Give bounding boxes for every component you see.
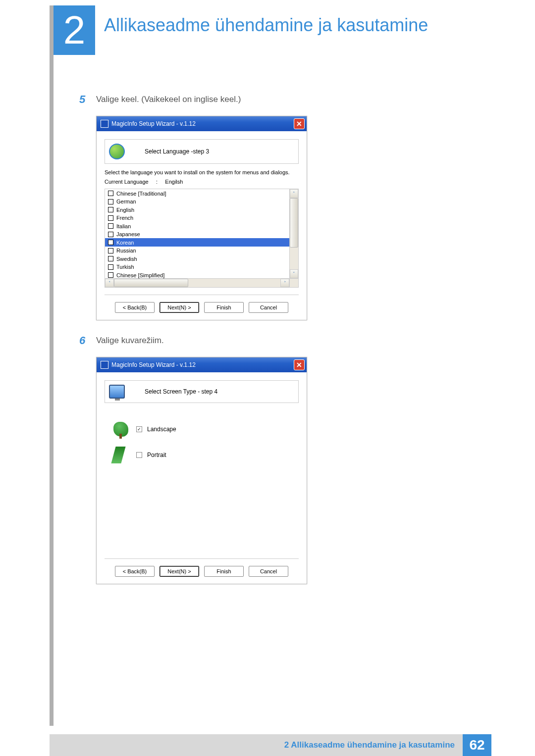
divider xyxy=(105,295,299,295)
checkbox-icon[interactable] xyxy=(108,272,113,278)
step-5-number: 5 xyxy=(79,93,96,106)
scroll-thumb[interactable] xyxy=(114,279,188,287)
chapter-number: 2 xyxy=(63,7,86,53)
cur-lang-sep: : xyxy=(156,179,158,185)
list-item[interactable]: Japanese xyxy=(105,230,289,239)
lang-label: German xyxy=(116,199,136,204)
scroll-right-icon[interactable]: ˃ xyxy=(280,279,289,287)
checkbox-icon[interactable] xyxy=(108,240,113,245)
page-footer: 2 Allikaseadme ühendamine ja kasutamine … xyxy=(0,734,535,756)
scroll-left-icon[interactable]: ˂ xyxy=(105,279,114,287)
step-6-number: 6 xyxy=(79,334,96,347)
chapter-number-box: 2 xyxy=(54,5,95,55)
lang-label: Swedish xyxy=(116,256,137,262)
back-button[interactable]: < Back(B) xyxy=(115,566,155,577)
checkbox-icon[interactable] xyxy=(108,191,113,196)
wizard1-title: MagicInfo Setup Wizard - v.1.12 xyxy=(111,120,196,127)
cur-lang-label: Current Language xyxy=(105,179,149,185)
wizard-screen-type: MagicInfo Setup Wizard - v.1.12 ✕ Select… xyxy=(96,357,307,584)
list-item[interactable]: Swedish xyxy=(105,254,289,263)
back-button[interactable]: < Back(B) xyxy=(115,302,155,313)
next-button[interactable]: Next(N) > xyxy=(160,302,199,313)
page-title: Allikaseadme ühendamine ja kasutamine xyxy=(104,15,428,36)
finish-button[interactable]: Finish xyxy=(204,566,244,577)
checkbox-icon[interactable] xyxy=(108,264,113,270)
lang-label: Korean xyxy=(116,240,134,246)
portrait-checkbox[interactable] xyxy=(136,452,142,458)
step-5: 5 Valige keel. (Vaikekeel on inglise kee… xyxy=(79,93,485,106)
lang-label: Chinese [Simplified] xyxy=(116,272,164,278)
cancel-button[interactable]: Cancel xyxy=(249,566,288,577)
checkbox-icon[interactable] xyxy=(108,207,113,212)
wizard1-header-text: Select Language -step 3 xyxy=(145,148,209,155)
current-language-row: Current Language : Engilsh xyxy=(105,179,299,185)
tree-landscape-icon xyxy=(113,422,128,437)
cancel-button[interactable]: Cancel xyxy=(249,302,288,313)
left-sidebar xyxy=(50,5,54,726)
checkbox-icon[interactable] xyxy=(108,199,113,204)
list-item[interactable]: German xyxy=(105,198,289,206)
scroll-up-icon[interactable]: ˄ xyxy=(290,189,298,198)
checkbox-icon[interactable] xyxy=(108,232,113,237)
portrait-label: Portrait xyxy=(147,452,166,458)
footer-chapter-label: 2 Allikaseadme ühendamine ja kasutamine xyxy=(50,734,463,756)
landscape-label: Landscape xyxy=(147,426,176,433)
list-item[interactable]: English xyxy=(105,205,289,214)
divider xyxy=(105,558,299,559)
wizard2-title: MagicInfo Setup Wizard - v.1.12 xyxy=(111,361,196,368)
language-listbox[interactable]: Chinese [Traditional] German English Fre… xyxy=(105,189,299,288)
list-item[interactable]: Russian xyxy=(105,247,289,255)
lang-label: French xyxy=(116,215,133,221)
close-icon[interactable]: ✕ xyxy=(294,359,305,370)
step-5-text: Valige keel. (Vaikekeel on inglise keel.… xyxy=(96,93,241,106)
wizard2-titlebar: MagicInfo Setup Wizard - v.1.12 ✕ xyxy=(97,357,307,372)
wizard1-step-header: Select Language -step 3 xyxy=(105,139,299,164)
portrait-option[interactable]: Portrait xyxy=(113,447,294,463)
list-item[interactable]: Italian xyxy=(105,222,289,230)
list-item[interactable]: Turkish xyxy=(105,263,289,271)
vertical-scrollbar[interactable]: ˄ ˅ xyxy=(289,189,298,278)
wizard2-step-header: Select Screen Type - step 4 xyxy=(105,380,299,403)
list-item[interactable]: French xyxy=(105,214,289,222)
next-button[interactable]: Next(N) > xyxy=(160,566,199,577)
checkbox-icon[interactable] xyxy=(108,248,113,253)
footer-page-number: 62 xyxy=(463,734,491,756)
list-item[interactable]: Chinese [Traditional] xyxy=(105,189,289,198)
scroll-down-icon[interactable]: ˅ xyxy=(290,269,298,278)
wizard-app-icon xyxy=(101,361,108,369)
checkbox-icon[interactable] xyxy=(108,223,113,229)
step-6-text: Valige kuvarežiim. xyxy=(96,334,164,347)
finish-button[interactable]: Finish xyxy=(204,302,244,313)
landscape-option[interactable]: ✓ Landscape xyxy=(113,422,294,437)
lang-label: English xyxy=(116,207,134,213)
lang-label: Japanese xyxy=(116,231,140,237)
lang-label: Chinese [Traditional] xyxy=(116,191,166,197)
scroll-corner xyxy=(289,278,298,287)
horizontal-scrollbar[interactable]: ˂ ˃ xyxy=(105,278,289,287)
wizard1-instruction: Select the language you want to install … xyxy=(105,169,299,176)
lang-label: Turkish xyxy=(116,264,134,270)
wizard2-button-row: < Back(B) Next(N) > Finish Cancel xyxy=(105,564,299,579)
check-mark-icon: ✓ xyxy=(137,427,141,432)
lang-label: Russian xyxy=(116,248,136,253)
wizard1-titlebar: MagicInfo Setup Wizard - v.1.12 ✕ xyxy=(97,116,307,131)
wizard2-header-text: Select Screen Type - step 4 xyxy=(145,388,217,395)
list-item[interactable]: Chinese [Simplified] xyxy=(105,271,289,278)
wizard-app-icon xyxy=(101,120,108,128)
landscape-checkbox[interactable]: ✓ xyxy=(136,426,142,432)
lang-label: Italian xyxy=(116,223,131,229)
cur-lang-value: Engilsh xyxy=(165,179,183,185)
close-icon[interactable]: ✕ xyxy=(294,118,305,129)
wizard-language: MagicInfo Setup Wizard - v.1.12 ✕ Select… xyxy=(96,116,307,320)
step-6: 6 Valige kuvarežiim. xyxy=(79,334,485,347)
scroll-thumb[interactable] xyxy=(290,198,298,248)
checkbox-icon[interactable] xyxy=(108,256,113,261)
tree-portrait-icon xyxy=(111,447,125,463)
wizard1-button-row: < Back(B) Next(N) > Finish Cancel xyxy=(105,300,299,315)
list-item-selected[interactable]: Korean xyxy=(105,238,289,247)
monitor-icon xyxy=(109,385,125,399)
checkbox-icon[interactable] xyxy=(108,215,113,221)
globe-icon xyxy=(109,144,125,159)
